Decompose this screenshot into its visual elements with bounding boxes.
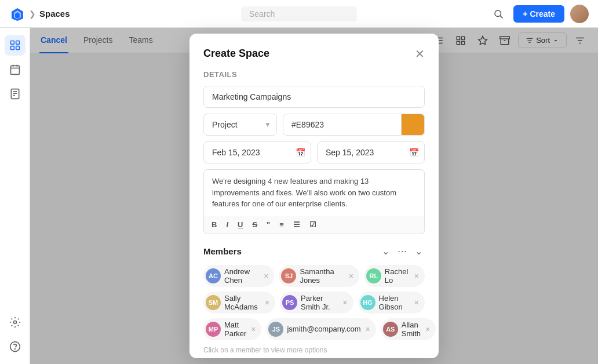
description-box[interactable]: We're designing 4 new features and makin… <box>203 169 425 216</box>
members-more-button[interactable]: ⋯ <box>395 245 409 258</box>
member-avatar-rachel-lo: RL <box>366 268 381 283</box>
member-remove-matt[interactable]: × <box>251 325 256 333</box>
member-avatar-allan: AS <box>383 322 398 337</box>
members-row-3: MP Matt Parker × JS jsmith@company.com ×… <box>203 318 425 340</box>
modal-overlay: Create Space ✕ Details Project ▼ <box>30 28 598 364</box>
member-name-jsmith: jsmith@company.com <box>287 325 360 333</box>
sidebar-item-docs[interactable] <box>5 83 25 104</box>
checklist-button[interactable]: ☑ <box>307 219 319 230</box>
member-remove-parker[interactable]: × <box>342 299 347 307</box>
member-avatar-helen: HG <box>360 295 375 310</box>
member-chip-rachel-lo[interactable]: RL Rachel Lo × <box>364 265 425 287</box>
end-date-wrap: 📅 <box>317 141 425 163</box>
color-input[interactable] <box>283 114 402 136</box>
svg-rect-6 <box>16 41 19 45</box>
member-remove-samantha-jones[interactable]: × <box>349 272 353 280</box>
member-remove-sally[interactable]: × <box>265 299 269 307</box>
members-row-1: AC Andrew Chen × SJ Samantha Jones × RL <box>203 265 425 287</box>
member-remove-rachel-lo[interactable]: × <box>414 272 419 280</box>
user-avatar[interactable] <box>570 5 589 23</box>
date-row: 📅 📅 <box>203 141 425 163</box>
member-chip-matt[interactable]: MP Matt Parker × <box>203 318 261 340</box>
create-space-modal: Create Space ✕ Details Project ▼ <box>189 34 439 358</box>
member-name-allan: Allan Smith <box>402 321 421 338</box>
members-title: Members <box>203 246 380 256</box>
member-name-helen: Helen Gibson <box>379 294 410 311</box>
members-grid: AC Andrew Chen × SJ Samantha Jones × RL <box>203 265 425 340</box>
member-avatar-sally: SM <box>206 295 221 310</box>
topbar-actions: + Create <box>489 5 589 23</box>
member-chip-jsmith[interactable]: JS jsmith@company.com × <box>266 318 375 340</box>
member-avatar-parker: PS <box>282 295 297 310</box>
sidebar-item-settings[interactable] <box>5 312 25 333</box>
member-remove-jsmith[interactable]: × <box>366 325 370 333</box>
member-chip-allan[interactable]: AS Allan Smith × <box>381 318 436 340</box>
member-name-matt: Matt Parker <box>224 321 246 338</box>
underline-button[interactable]: U <box>235 219 246 230</box>
main-layout: Cancel Projects Teams <box>0 28 598 364</box>
member-avatar-andrew-chen: AC <box>206 268 221 283</box>
svg-line-4 <box>501 16 503 18</box>
close-button[interactable]: ✕ <box>415 48 425 60</box>
italic-button[interactable]: I <box>223 219 231 230</box>
sidebar-bottom <box>5 312 25 357</box>
start-date-wrap: 📅 <box>203 141 311 163</box>
type-select[interactable]: Project <box>203 114 277 136</box>
member-name-sally: Sally McAdams <box>224 294 260 311</box>
members-controls: ⌄ ⋯ ⌄ <box>380 245 425 258</box>
member-chip-andrew-chen[interactable]: AC Andrew Chen × <box>203 265 274 287</box>
content-area: Cancel Projects Teams <box>30 28 598 364</box>
members-hint: Click on a member to view more options <box>203 346 425 354</box>
bold-button[interactable]: B <box>209 219 220 230</box>
end-date-input[interactable] <box>317 141 425 163</box>
breadcrumb-chevron: ❯ <box>29 9 36 19</box>
sidebar-item-home[interactable] <box>5 35 25 56</box>
member-avatar-jsmith: JS <box>268 322 283 337</box>
member-avatar-matt: MP <box>206 322 221 337</box>
start-date-input[interactable] <box>203 141 311 163</box>
member-chip-sally[interactable]: SM Sally McAdams × <box>203 292 275 314</box>
members-header: Members ⌄ ⋯ ⌄ <box>203 245 425 258</box>
svg-rect-8 <box>16 46 19 50</box>
ordered-list-button[interactable]: ≡ <box>276 219 287 230</box>
create-button[interactable]: + Create <box>513 5 564 23</box>
member-avatar-samantha-jones: SJ <box>281 268 296 283</box>
unordered-list-button[interactable]: ☰ <box>290 219 303 230</box>
member-chip-parker[interactable]: PS Parker Smith Jr. × <box>280 292 353 314</box>
search-bar[interactable]: Search <box>241 6 357 21</box>
member-name-parker: Parker Smith Jr. <box>301 294 338 311</box>
blockquote-button[interactable]: " <box>264 219 273 230</box>
svg-rect-9 <box>10 65 19 74</box>
member-remove-helen[interactable]: × <box>414 299 419 307</box>
space-name-input[interactable] <box>203 86 425 108</box>
member-remove-andrew-chen[interactable]: × <box>264 272 268 280</box>
svg-point-17 <box>13 321 16 324</box>
spaces-breadcrumb: Spaces <box>39 9 70 19</box>
sidebar-item-help[interactable] <box>5 336 25 357</box>
member-name-andrew-chen: Andrew Chen <box>224 267 259 285</box>
members-expand-button[interactable]: ⌄ <box>413 245 425 258</box>
details-section: Details Project ▼ <box>203 70 425 234</box>
member-remove-allan[interactable]: × <box>425 325 430 333</box>
modal-header: Create Space ✕ <box>203 48 425 60</box>
members-section: Members ⌄ ⋯ ⌄ AC Andrew Chen <box>203 245 425 354</box>
strikethrough-button[interactable]: S <box>249 219 260 230</box>
member-chip-helen[interactable]: HG Helen Gibson × <box>358 292 425 314</box>
formatting-toolbar: B I U S " ≡ ☰ ☑ <box>203 216 425 234</box>
members-collapse-button[interactable]: ⌄ <box>380 245 392 258</box>
modal-title: Create Space <box>203 48 269 60</box>
member-name-samantha-jones: Samantha Jones <box>300 267 344 285</box>
details-label: Details <box>203 70 425 79</box>
member-chip-samantha-jones[interactable]: SJ Samantha Jones × <box>279 265 359 287</box>
sidebar <box>0 28 30 364</box>
search-button[interactable] <box>489 5 508 23</box>
type-select-wrap: Project ▼ <box>203 114 277 136</box>
type-color-row: Project ▼ <box>203 114 425 136</box>
svg-rect-7 <box>10 46 14 50</box>
sidebar-item-calendar[interactable] <box>5 59 25 80</box>
color-swatch[interactable] <box>402 114 425 136</box>
members-row-2: SM Sally McAdams × PS Parker Smith Jr. ×… <box>203 292 425 314</box>
topbar: ❯ Spaces Search + Create <box>0 0 598 28</box>
svg-point-19 <box>14 349 15 350</box>
color-wrap <box>283 114 425 136</box>
